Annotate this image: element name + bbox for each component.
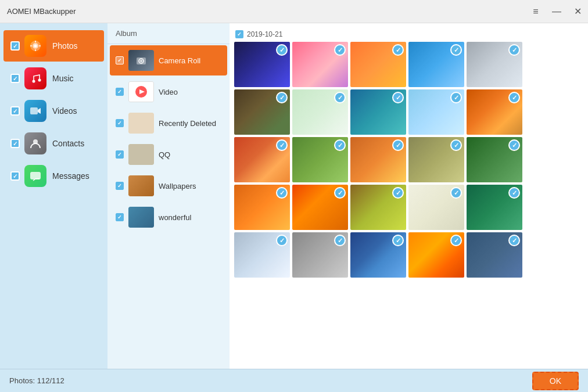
photo-cell[interactable] — [350, 232, 406, 278]
photo-cell[interactable] — [408, 137, 464, 182]
svg-rect-11 — [30, 172, 41, 179]
wallpapers-checkbox[interactable] — [116, 182, 124, 190]
qq-checkbox[interactable] — [116, 150, 124, 159]
photo-check[interactable] — [334, 92, 346, 103]
contacts-checkbox[interactable] — [10, 139, 20, 148]
photo-cell[interactable] — [234, 232, 290, 278]
sidebar-item-music[interactable]: Music — [3, 63, 104, 94]
photo-cell[interactable] — [234, 185, 290, 230]
photo-cell[interactable] — [350, 89, 406, 135]
photos-icon — [24, 35, 46, 57]
photo-cell[interactable] — [350, 185, 406, 230]
photo-cell[interactable] — [234, 137, 290, 182]
window-controls: ≡ — ✕ — [530, 6, 583, 17]
photo-cell[interactable] — [467, 232, 522, 278]
date-label: 2019-10-21 — [234, 28, 583, 42]
photo-check[interactable] — [276, 92, 288, 103]
date-group-2019: 2019-10-21 — [234, 28, 583, 278]
photo-cell[interactable] — [234, 42, 290, 87]
photo-cell[interactable] — [292, 232, 348, 278]
wonderful-checkbox[interactable] — [116, 213, 124, 221]
album-item-recently-deleted[interactable]: Recently Deleted — [110, 108, 227, 138]
photo-cell[interactable] — [350, 137, 406, 182]
close-btn[interactable]: ✕ — [572, 6, 583, 17]
photo-cell[interactable] — [408, 232, 464, 278]
album-item-qq[interactable]: QQ — [110, 139, 227, 170]
photo-cell[interactable] — [467, 137, 522, 182]
photo-check[interactable] — [450, 92, 462, 103]
svg-point-14 — [140, 60, 142, 62]
photo-check[interactable] — [334, 235, 346, 246]
photo-check[interactable] — [392, 187, 404, 199]
photo-cell[interactable] — [292, 137, 348, 182]
camera-roll-checkbox[interactable] — [116, 56, 124, 64]
photo-cell[interactable] — [408, 185, 464, 230]
photo-check[interactable] — [508, 44, 520, 56]
album-item-camera-roll[interactable]: Camera Roll — [110, 45, 227, 75]
music-checkbox[interactable] — [10, 74, 20, 83]
album-item-wonderful[interactable]: wonderful — [110, 202, 227, 232]
photo-cell[interactable] — [292, 42, 348, 87]
sidebar-item-contacts[interactable]: Contacts — [3, 128, 104, 159]
photo-check[interactable] — [508, 139, 520, 151]
camera-roll-thumb — [128, 50, 154, 71]
photo-check[interactable] — [276, 187, 288, 199]
app-title: AOMEI MBackupper — [7, 7, 76, 16]
photo-check[interactable] — [276, 44, 288, 56]
sidebar-item-messages[interactable]: Messages — [3, 160, 104, 192]
video-checkbox[interactable] — [116, 88, 124, 96]
bottom-bar: Photos: 112/112 OK — [0, 369, 588, 392]
photo-check[interactable] — [450, 139, 462, 151]
photos-label: Photos — [52, 41, 78, 51]
list-icon-btn[interactable]: ≡ — [530, 6, 542, 17]
recently-deleted-thumb — [128, 113, 154, 134]
sidebar-item-photos[interactable]: Photos — [3, 30, 104, 62]
photo-check[interactable] — [450, 187, 462, 199]
videos-icon — [24, 100, 46, 122]
photo-cell[interactable] — [350, 42, 406, 87]
photo-check[interactable] — [334, 187, 346, 199]
album-item-wallpapers[interactable]: Wallpapers — [110, 171, 227, 201]
photo-check[interactable] — [276, 139, 288, 151]
photo-check[interactable] — [392, 235, 404, 246]
album-item-video[interactable]: Video — [110, 77, 227, 107]
messages-checkbox[interactable] — [10, 171, 20, 181]
music-label: Music — [52, 74, 74, 83]
photo-cell[interactable] — [408, 89, 464, 135]
photo-cell[interactable] — [292, 89, 348, 135]
album-panel: Album Camera Roll — [107, 23, 230, 369]
photo-check[interactable] — [334, 44, 346, 56]
photo-row-4 — [234, 185, 583, 230]
recently-deleted-checkbox[interactable] — [116, 119, 124, 127]
contacts-icon — [24, 132, 46, 154]
photo-check[interactable] — [508, 187, 520, 199]
date-checkbox[interactable] — [235, 30, 243, 38]
photo-check[interactable] — [450, 235, 462, 246]
photo-cell[interactable] — [408, 42, 464, 87]
photo-cell[interactable] — [234, 89, 290, 135]
photo-check[interactable] — [276, 235, 288, 246]
photo-check[interactable] — [392, 139, 404, 151]
photo-cell[interactable] — [292, 185, 348, 230]
qq-thumb — [128, 144, 154, 165]
videos-checkbox[interactable] — [10, 106, 20, 116]
wallpapers-label: Wallpapers — [159, 182, 196, 190]
photo-cell[interactable] — [467, 185, 522, 230]
photo-row-3 — [234, 137, 583, 182]
photo-count: Photos: 112/112 — [9, 376, 64, 385]
photo-cell[interactable] — [467, 42, 522, 87]
video-label: Video — [159, 88, 178, 96]
ok-button[interactable]: OK — [532, 372, 579, 390]
photo-check[interactable] — [508, 235, 520, 246]
photo-check[interactable] — [334, 139, 346, 151]
sidebar-item-videos[interactable]: Videos — [3, 95, 104, 127]
photo-check[interactable] — [392, 44, 404, 56]
music-icon — [24, 67, 46, 89]
photo-cell[interactable] — [467, 89, 522, 135]
album-header: Album — [107, 23, 230, 44]
photo-check[interactable] — [392, 92, 404, 103]
photos-checkbox[interactable] — [10, 41, 20, 51]
minimize-btn[interactable]: — — [551, 6, 562, 17]
photo-check[interactable] — [450, 44, 462, 56]
photo-check[interactable] — [508, 92, 520, 103]
